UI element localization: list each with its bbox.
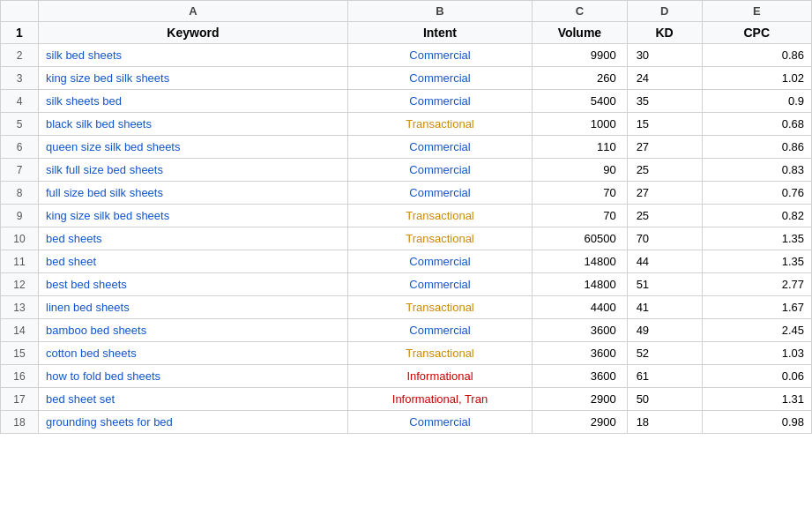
cell-volume: 14800 (533, 273, 628, 296)
table-row[interactable]: 18grounding sheets for bedCommercial2900… (1, 411, 812, 434)
table-row[interactable]: 15cotton bed sheetsTransactional3600521.… (1, 342, 812, 365)
cell-cpc: 0.76 (702, 182, 812, 205)
cell-volume: 9900 (533, 44, 628, 67)
col-letter-c: C (533, 1, 628, 22)
table-row[interactable]: 2silk bed sheetsCommercial9900300.86 (1, 44, 812, 67)
cell-intent: Informational (347, 365, 532, 388)
cell-volume: 4400 (533, 296, 628, 319)
header-kd: KD (627, 22, 702, 44)
cell-keyword[interactable]: king size silk bed sheets (39, 205, 348, 227)
table-row[interactable]: 8full size bed silk sheetsCommercial7027… (1, 182, 812, 205)
cell-kd: 27 (627, 182, 702, 205)
cell-kd: 41 (627, 296, 702, 319)
col-letter-d: D (627, 1, 702, 22)
cell-cpc: 0.83 (702, 159, 812, 182)
cell-row-num: 8 (1, 182, 39, 205)
table-row[interactable]: 3king size bed silk sheetsCommercial2602… (1, 67, 812, 90)
cell-row-num: 12 (1, 273, 39, 296)
cell-keyword[interactable]: cotton bed sheets (39, 342, 348, 365)
table-row[interactable]: 16how to fold bed sheetsInformational360… (1, 365, 812, 388)
cell-keyword[interactable]: bed sheets (39, 227, 348, 250)
cell-cpc: 1.35 (702, 250, 812, 273)
table-row[interactable]: 11bed sheetCommercial14800441.35 (1, 250, 812, 273)
cell-cpc: 0.82 (702, 205, 812, 227)
cell-kd: 18 (627, 411, 702, 434)
cell-kd: 50 (627, 388, 702, 411)
cell-intent: Transactional (347, 113, 532, 136)
cell-keyword[interactable]: linen bed sheets (39, 296, 348, 319)
cell-intent: Commercial (347, 67, 532, 90)
cell-keyword[interactable]: full size bed silk sheets (39, 182, 348, 205)
cell-row-num: 9 (1, 205, 39, 227)
table-row[interactable]: 5black silk bed sheetsTransactional10001… (1, 113, 812, 136)
cell-row-num: 2 (1, 44, 39, 67)
table-row[interactable]: 7silk full size bed sheetsCommercial9025… (1, 159, 812, 182)
cell-volume: 70 (533, 205, 628, 227)
table-row[interactable]: 10bed sheetsTransactional60500701.35 (1, 227, 812, 250)
cell-intent: Commercial (347, 44, 532, 67)
cell-row-num: 7 (1, 159, 39, 182)
cell-volume: 90 (533, 159, 628, 182)
header-cpc: CPC (702, 22, 812, 44)
header-keyword: Keyword (39, 22, 348, 44)
row-corner (1, 1, 39, 22)
cell-volume: 3600 (533, 365, 628, 388)
table-header-row: 1 Keyword Intent Volume KD CPC (1, 22, 812, 44)
cell-intent: Transactional (347, 227, 532, 250)
cell-row-num: 18 (1, 411, 39, 434)
column-letter-row: A B C D E (1, 1, 812, 22)
cell-keyword[interactable]: black silk bed sheets (39, 113, 348, 136)
cell-row-num: 13 (1, 296, 39, 319)
cell-keyword[interactable]: king size bed silk sheets (39, 67, 348, 90)
cell-cpc: 0.9 (702, 90, 812, 113)
cell-intent: Transactional (347, 296, 532, 319)
cell-cpc: 1.35 (702, 227, 812, 250)
cell-keyword[interactable]: bed sheet set (39, 388, 348, 411)
cell-kd: 49 (627, 319, 702, 342)
cell-volume: 70 (533, 182, 628, 205)
cell-cpc: 1.02 (702, 67, 812, 90)
cell-row-num: 4 (1, 90, 39, 113)
cell-intent: Commercial (347, 273, 532, 296)
table-row[interactable]: 4silk sheets bedCommercial5400350.9 (1, 90, 812, 113)
cell-kd: 52 (627, 342, 702, 365)
header-intent: Intent (347, 22, 532, 44)
table-row[interactable]: 12best bed sheetsCommercial14800512.77 (1, 273, 812, 296)
cell-intent: Commercial (347, 136, 532, 159)
cell-keyword[interactable]: silk bed sheets (39, 44, 348, 67)
cell-volume: 2900 (533, 411, 628, 434)
table-row[interactable]: 14bamboo bed sheetsCommercial3600492.45 (1, 319, 812, 342)
table-row[interactable]: 17bed sheet setInformational, Tran290050… (1, 388, 812, 411)
cell-row-num: 10 (1, 227, 39, 250)
cell-kd: 61 (627, 365, 702, 388)
cell-keyword[interactable]: bamboo bed sheets (39, 319, 348, 342)
table-body: 2silk bed sheetsCommercial9900300.863kin… (1, 44, 812, 434)
cell-kd: 30 (627, 44, 702, 67)
cell-cpc: 0.06 (702, 365, 812, 388)
header-volume: Volume (533, 22, 628, 44)
spreadsheet: A B C D E 1 Keyword Intent Volume KD CPC… (0, 0, 812, 434)
cell-intent: Commercial (347, 411, 532, 434)
cell-keyword[interactable]: queen size silk bed sheets (39, 136, 348, 159)
cell-keyword[interactable]: silk sheets bed (39, 90, 348, 113)
cell-keyword[interactable]: silk full size bed sheets (39, 159, 348, 182)
header-row-num: 1 (1, 22, 39, 44)
cell-keyword[interactable]: grounding sheets for bed (39, 411, 348, 434)
cell-keyword[interactable]: best bed sheets (39, 273, 348, 296)
cell-volume: 60500 (533, 227, 628, 250)
cell-keyword[interactable]: bed sheet (39, 250, 348, 273)
cell-volume: 1000 (533, 113, 628, 136)
table-row[interactable]: 13linen bed sheetsTransactional4400411.6… (1, 296, 812, 319)
table-row[interactable]: 9king size silk bed sheetsTransactional7… (1, 205, 812, 227)
cell-keyword[interactable]: how to fold bed sheets (39, 365, 348, 388)
cell-cpc: 1.03 (702, 342, 812, 365)
cell-row-num: 3 (1, 67, 39, 90)
cell-volume: 3600 (533, 342, 628, 365)
cell-kd: 24 (627, 67, 702, 90)
cell-intent: Commercial (347, 319, 532, 342)
cell-intent: Transactional (347, 205, 532, 227)
cell-row-num: 17 (1, 388, 39, 411)
cell-kd: 27 (627, 136, 702, 159)
table-row[interactable]: 6queen size silk bed sheetsCommercial110… (1, 136, 812, 159)
cell-row-num: 11 (1, 250, 39, 273)
